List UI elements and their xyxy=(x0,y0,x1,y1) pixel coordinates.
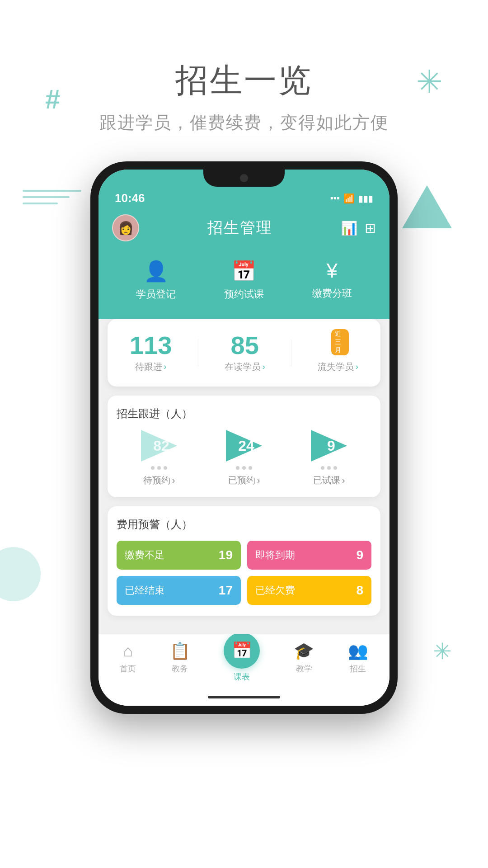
dot9 xyxy=(333,466,337,470)
status-icons: ▪▪▪ 📶 ▮▮▮ xyxy=(330,193,373,204)
stat-lost-wrapper: 2 近三月 xyxy=(331,333,345,358)
trial-number: 9 xyxy=(327,438,335,454)
fee-insufficient-label: 缴费不足 xyxy=(125,548,164,562)
battery-icon: ▮▮▮ xyxy=(358,193,373,204)
stat-pending[interactable]: 113 待跟进 › xyxy=(130,333,172,373)
fee-item-ended[interactable]: 已经结束 17 xyxy=(117,576,241,605)
appointed-dots xyxy=(236,466,252,470)
stat-enrolled-number: 85 xyxy=(231,333,259,358)
header-icons: 📊 ⊞ xyxy=(341,220,376,236)
dot5 xyxy=(242,466,246,470)
stat-enrolled-label: 在读学员 › xyxy=(225,361,265,373)
student-register-icon: 👤 xyxy=(144,259,169,283)
avatar[interactable]: 👩 xyxy=(112,214,139,241)
pending-dots xyxy=(151,466,167,470)
stat-pending-arrow: › xyxy=(164,362,167,372)
fee-item-overdue[interactable]: 已经欠费 8 xyxy=(247,576,371,605)
grid-icon[interactable]: ⊞ xyxy=(365,220,376,236)
stats-icon[interactable]: 📊 xyxy=(341,220,357,236)
progress-pending-appointment[interactable]: 82 待预约 › xyxy=(139,430,179,486)
fee-insufficient-count: 19 xyxy=(219,548,233,562)
quick-actions: 👤 学员登记 📅 预约试课 ¥ 缴费分班 xyxy=(99,250,389,319)
fee-section: 费用预警（人） 缴费不足 19 即将到期 9 已经结束 17 xyxy=(108,506,380,616)
nav-schedule-circle: 📅 xyxy=(224,632,260,669)
fee-ended-count: 17 xyxy=(219,583,233,598)
appointed-chevron: › xyxy=(257,475,260,486)
wifi-icon: 📶 xyxy=(343,193,355,204)
dot2 xyxy=(157,466,161,470)
nav-enrollment[interactable]: 👥 招生 xyxy=(348,642,368,682)
dot6 xyxy=(249,466,252,470)
fee-grid: 缴费不足 19 即将到期 9 已经结束 17 已经欠费 xyxy=(117,541,371,605)
home-indicator xyxy=(208,696,280,698)
phone-wrapper: 10:46 ▪▪▪ 📶 ▮▮▮ 👩 招生管理 📊 ⊞ 👤 xyxy=(0,161,488,714)
phone-notch xyxy=(203,170,285,187)
progress-appointed[interactable]: 24 已预约 › xyxy=(224,430,264,486)
phone-screen: 10:46 ▪▪▪ 📶 ▮▮▮ 👩 招生管理 📊 ⊞ 👤 xyxy=(99,170,389,706)
nav-enrollment-label: 招生 xyxy=(350,663,366,674)
stat-lost[interactable]: 2 近三月 流失学员 › xyxy=(318,333,358,373)
fee-item-insufficient[interactable]: 缴费不足 19 xyxy=(117,541,241,570)
pending-chevron: › xyxy=(172,475,175,486)
stats-card: 113 待跟进 › 85 在读学员 › xyxy=(108,319,380,387)
trial-dots xyxy=(321,466,337,470)
app-header-title: 招生管理 xyxy=(207,217,272,238)
trial-arrow-btn: 9 xyxy=(309,430,349,462)
quick-action-student-register[interactable]: 👤 学员登记 xyxy=(136,259,176,301)
progress-trial-done[interactable]: 9 已试课 › xyxy=(309,430,349,486)
dot7 xyxy=(321,466,324,470)
page-title: 招生一览 xyxy=(0,59,488,102)
appointed-arrow-btn: 24 xyxy=(224,430,264,462)
content-area: 113 待跟进 › 85 在读学员 › xyxy=(99,319,389,634)
stat-lost-arrow: › xyxy=(356,362,358,372)
stat-pending-number: 113 xyxy=(130,333,172,358)
stat-pending-label: 待跟进 › xyxy=(135,361,167,373)
nav-teaching-affairs[interactable]: 📋 教务 xyxy=(170,642,190,682)
home-icon: ⌂ xyxy=(123,642,133,660)
trial-booking-label: 预约试课 xyxy=(224,288,264,301)
nav-schedule-label: 课表 xyxy=(234,671,250,682)
appointed-label: 已预约 › xyxy=(228,474,260,486)
fee-expiring-label: 即将到期 xyxy=(255,548,295,562)
dot4 xyxy=(236,466,239,470)
stat-enrolled[interactable]: 85 在读学员 › xyxy=(225,333,265,373)
app-header: 👩 招生管理 📊 ⊞ xyxy=(99,210,389,250)
nav-schedule[interactable]: 📅 课表 xyxy=(224,642,260,682)
dot3 xyxy=(164,466,167,470)
stat-divider-1 xyxy=(198,340,198,367)
payment-label: 缴费分班 xyxy=(312,287,352,300)
quick-action-trial-booking[interactable]: 📅 预约试课 xyxy=(224,259,264,301)
payment-icon: ¥ xyxy=(326,259,337,282)
student-register-label: 学员登记 xyxy=(136,288,176,301)
fee-item-expiring[interactable]: 即将到期 9 xyxy=(247,541,371,570)
fee-ended-label: 已经结束 xyxy=(125,584,164,597)
pending-arrow-btn: 82 xyxy=(139,430,179,462)
fee-title: 费用预警（人） xyxy=(117,517,371,532)
bottom-nav: ⌂ 首页 📋 教务 📅 课表 🎓 教学 � xyxy=(99,634,389,691)
signal-bars-icon: ▪▪▪ xyxy=(330,193,340,203)
stat-lost-label: 流失学员 › xyxy=(318,361,358,373)
phone-camera xyxy=(240,174,248,182)
recruitment-section: 招生跟进（人） 82 xyxy=(108,396,380,497)
dot1 xyxy=(151,466,155,470)
phone-frame: 10:46 ▪▪▪ 📶 ▮▮▮ 👩 招生管理 📊 ⊞ 👤 xyxy=(90,161,398,714)
teaching-affairs-icon: 📋 xyxy=(170,642,190,660)
trial-chevron: › xyxy=(342,475,345,486)
dot8 xyxy=(327,466,331,470)
teaching-icon: 🎓 xyxy=(294,642,314,660)
pending-label: 待预约 › xyxy=(143,474,175,486)
stat-lost-badge: 近三月 xyxy=(331,329,349,355)
recruitment-title: 招生跟进（人） xyxy=(117,406,371,421)
nav-home[interactable]: ⌂ 首页 xyxy=(120,642,136,682)
appointed-number: 24 xyxy=(238,438,254,454)
trial-booking-icon: 📅 xyxy=(231,259,256,283)
nav-teaching-affairs-label: 教务 xyxy=(172,663,188,674)
nav-teaching[interactable]: 🎓 教学 xyxy=(294,642,314,682)
quick-action-payment[interactable]: ¥ 缴费分班 xyxy=(312,259,352,301)
stat-divider-2 xyxy=(291,340,291,367)
page-subtitle: 跟进学员，催费续费，变得如此方便 xyxy=(0,111,488,134)
pending-number: 82 xyxy=(153,438,169,454)
schedule-icon: 📅 xyxy=(232,641,252,660)
trial-label: 已试课 › xyxy=(313,474,345,486)
enrollment-icon: 👥 xyxy=(348,642,368,660)
